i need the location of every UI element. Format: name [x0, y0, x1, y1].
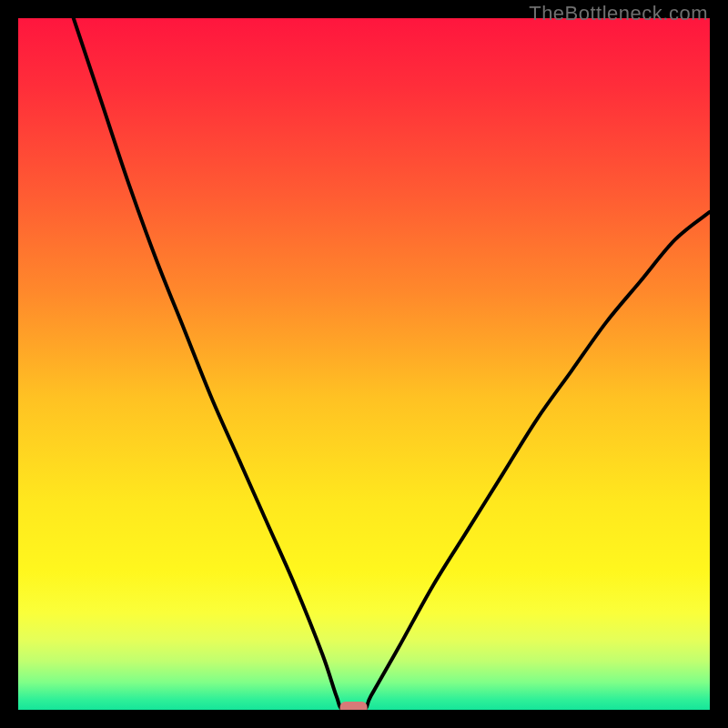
gradient-background: [18, 18, 710, 710]
watermark-text: TheBottleneck.com: [529, 2, 708, 25]
optimal-marker: [340, 702, 368, 710]
chart-frame: [18, 18, 710, 710]
bottleneck-chart: [18, 18, 710, 710]
